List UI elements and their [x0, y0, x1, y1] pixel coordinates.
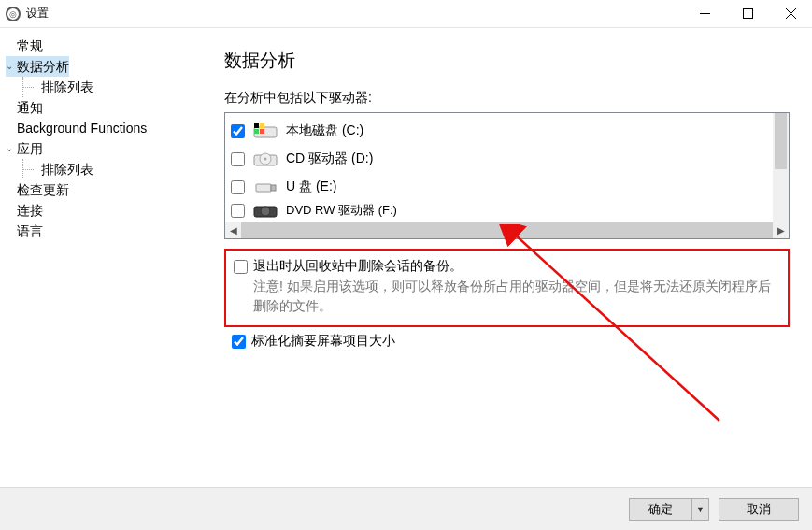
drive-label: CD 驱动器 (D:)	[286, 150, 373, 167]
normalize-option[interactable]: 标准化摘要屏幕项目大小	[224, 333, 790, 350]
drive-checkbox[interactable]	[231, 204, 245, 218]
sidebar-item-label: 常规	[17, 36, 43, 56]
svg-point-15	[261, 207, 270, 216]
sidebar-item-label: 应用	[17, 138, 43, 159]
sidebar-item-label: 语言	[17, 221, 43, 241]
sidebar-item-label: 排除列表	[41, 77, 93, 97]
close-button[interactable]	[769, 0, 812, 28]
sidebar-item-label: 通知	[17, 97, 43, 118]
maximize-button[interactable]	[726, 0, 769, 28]
sidebar-item-background-functions[interactable]: Background Functions	[4, 118, 206, 138]
sidebar-item-label: 检查更新	[17, 179, 69, 200]
highlighted-option: 退出时从回收站中删除会话的备份。 注意! 如果启用该选项，则可以释放备份所占用的…	[224, 249, 790, 327]
hdd-icon	[252, 122, 278, 140]
dropdown-caret-icon[interactable]: ▼	[696, 505, 705, 514]
cd-icon	[252, 150, 278, 168]
svg-rect-6	[260, 123, 264, 128]
checkbox-label: 退出时从回收站中删除会话的备份。	[253, 258, 463, 275]
drive-label: U 盘 (E:)	[286, 179, 336, 195]
sidebar-item-label: 数据分析	[17, 56, 69, 77]
svg-rect-8	[260, 129, 264, 134]
chevron-down-icon[interactable]: ⌄	[6, 138, 17, 159]
ok-button[interactable]: 确定 ▼	[629, 498, 709, 521]
drive-checkbox[interactable]	[231, 152, 245, 166]
drive-row[interactable]: U 盘 (E:)	[231, 173, 767, 201]
drive-row[interactable]: CD 驱动器 (D:)	[231, 145, 767, 173]
sidebar-item-label: Background Functions	[17, 118, 147, 138]
scrollbar-thumb[interactable]	[775, 113, 787, 169]
button-label: 确定	[648, 501, 673, 518]
sidebar-item-exclude-list-2[interactable]: 排除列表	[4, 159, 206, 179]
vertical-scrollbar[interactable]	[773, 113, 789, 222]
svg-rect-5	[254, 123, 259, 128]
title-bar: ◎ 设置	[0, 0, 812, 28]
usb-icon	[252, 178, 278, 196]
sidebar-item-label: 连接	[17, 200, 43, 221]
normalize-checkbox[interactable]	[232, 335, 246, 349]
sidebar-item-connection[interactable]: 连接	[4, 200, 206, 221]
delete-backup-checkbox[interactable]	[234, 260, 248, 274]
minimize-button[interactable]	[683, 0, 726, 28]
window-title: 设置	[26, 6, 49, 21]
sidebar-item-data-analysis[interactable]: ⌄数据分析	[4, 56, 206, 77]
scroll-right-icon[interactable]: ▶	[773, 222, 789, 238]
sidebar-item-language[interactable]: 语言	[4, 221, 206, 241]
chevron-down-icon[interactable]: ⌄	[6, 56, 17, 77]
sidebar-item-general[interactable]: 常规	[4, 36, 206, 56]
scrollbar-thumb[interactable]	[241, 222, 773, 238]
cancel-button[interactable]: 取消	[719, 498, 799, 521]
main-panel: 数据分析 在分析中包括以下驱动器: 本地磁盘 (C:) CD 驱动器 (D:)	[206, 28, 812, 477]
drive-checkbox[interactable]	[231, 180, 245, 194]
checkbox-label: 标准化摘要屏幕项目大小	[251, 333, 395, 350]
option-note: 注意! 如果启用该选项，则可以释放备份所占用的驱动器空间，但是将无法还原关闭程序…	[253, 277, 778, 316]
svg-rect-12	[256, 184, 271, 192]
sidebar: 常规 ⌄数据分析 排除列表 通知 Background Functions ⌄应…	[0, 28, 206, 477]
scroll-left-icon[interactable]: ◀	[225, 222, 241, 238]
sidebar-item-notifications[interactable]: 通知	[4, 97, 206, 118]
page-title: 数据分析	[224, 49, 790, 73]
drive-label: DVD RW 驱动器 (F:)	[286, 202, 397, 219]
app-icon: ◎	[6, 7, 21, 21]
drive-row[interactable]: DVD RW 驱动器 (F:)	[231, 201, 767, 220]
drive-checkbox[interactable]	[231, 124, 245, 138]
sidebar-item-apps[interactable]: ⌄应用	[4, 138, 206, 159]
drive-row[interactable]: 本地磁盘 (C:)	[231, 117, 767, 145]
dialog-footer: 确定 ▼ 取消	[0, 487, 812, 530]
svg-rect-1	[743, 9, 752, 19]
section-label: 在分析中包括以下驱动器:	[224, 90, 790, 107]
dvd-icon	[252, 201, 278, 220]
sidebar-item-check-updates[interactable]: 检查更新	[4, 179, 206, 200]
sidebar-item-label: 排除列表	[41, 159, 93, 179]
svg-rect-7	[254, 129, 259, 134]
drive-label: 本地磁盘 (C:)	[286, 122, 363, 139]
drive-list-box: 本地磁盘 (C:) CD 驱动器 (D:) U 盘 (E:)	[224, 112, 790, 239]
button-label: 取消	[747, 501, 771, 518]
svg-rect-13	[271, 185, 276, 191]
svg-point-11	[264, 158, 267, 161]
sidebar-item-exclude-list[interactable]: 排除列表	[4, 77, 206, 97]
horizontal-scrollbar[interactable]: ◀ ▶	[225, 222, 789, 238]
